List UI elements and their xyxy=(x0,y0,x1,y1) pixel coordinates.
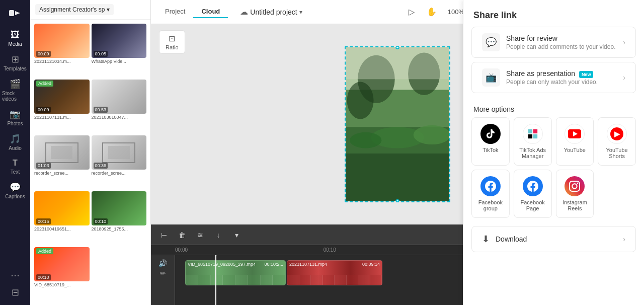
sidebar-item-stock-videos[interactable]: 🎬 Stock videos xyxy=(0,75,30,106)
media-thumbnail[interactable]: 00:09 xyxy=(34,24,90,58)
download-label: Download xyxy=(496,235,617,243)
tiktok-icon xyxy=(480,124,501,144)
facebook-page-icon xyxy=(523,176,543,196)
download-button[interactable]: ⬇ Download › xyxy=(471,226,636,252)
download-chevron-button[interactable]: ▾ xyxy=(229,228,244,242)
facebook-group-button[interactable]: Facebook group xyxy=(471,170,510,218)
svg-rect-13 xyxy=(528,129,532,133)
svg-rect-16 xyxy=(533,134,537,138)
clip-frames xyxy=(186,275,285,285)
media-duration: 00:09 xyxy=(36,51,51,57)
share-review-icon: 💬 xyxy=(482,33,500,51)
media-thumbnail[interactable]: Added 00:09 xyxy=(34,80,90,114)
media-panel-header: Assignment Creator's sp ▾ xyxy=(30,0,150,20)
svg-point-11 xyxy=(350,132,381,148)
youtube-icon xyxy=(565,124,585,144)
svg-rect-5 xyxy=(346,154,449,201)
video-clip-1[interactable]: VID_68510719_092805_297.mp4 00:10:2... xyxy=(185,260,286,285)
sidebar: 🖼 Media ⊞ Templates 🎬 Stock videos 📷 Pho… xyxy=(0,0,30,305)
svg-point-8 xyxy=(347,82,374,119)
facebook-group-label: Facebook group xyxy=(476,199,505,211)
share-presentation-title: Share as presentation New xyxy=(506,69,617,78)
media-duration: 00:15 xyxy=(36,218,51,224)
edit-clip-button[interactable]: ✏ xyxy=(160,269,166,277)
youtube-label: YouTube xyxy=(564,147,586,153)
video-canvas[interactable]: ↻ xyxy=(345,46,450,202)
more-icon: ⋯ xyxy=(11,271,20,280)
media-thumbnail[interactable]: 00:36 xyxy=(92,135,147,170)
added-badge: Added xyxy=(36,81,53,87)
media-thumbnail[interactable]: 01:03 xyxy=(34,135,90,170)
chevron-right-icon: › xyxy=(623,235,625,243)
list-item: 00:15 2023100419651... xyxy=(34,191,90,245)
share-as-presentation-option[interactable]: 📺 Share as presentation New People can o… xyxy=(471,62,636,93)
media-duration: 00:10 xyxy=(36,274,51,280)
canvas-handle-bottom[interactable] xyxy=(395,199,399,202)
playhead[interactable] xyxy=(215,255,216,305)
sidebar-item-label: Audio xyxy=(9,145,22,151)
media-thumbnail[interactable]: 00:05 xyxy=(92,24,147,58)
delete-clip-button[interactable]: 🗑 xyxy=(175,228,189,242)
svg-rect-14 xyxy=(533,129,537,133)
media-filename: recorder_scree... xyxy=(34,170,90,177)
media-thumbnail[interactable]: 00:15 xyxy=(34,191,90,225)
sidebar-item-captions[interactable]: 💬 Captions xyxy=(0,179,30,203)
clip-options-button[interactable]: ≋ xyxy=(193,228,207,242)
tiktok-ads-label: TikTok Ads Manager xyxy=(518,147,547,159)
media-thumbnail[interactable]: Added 00:10 xyxy=(34,247,90,281)
sidebar-item-more[interactable]: ⋯ xyxy=(0,267,30,284)
tiktok-label: TikTok xyxy=(482,147,498,153)
media-duration: 00:36 xyxy=(94,163,108,169)
sidebar-item-templates[interactable]: ⊞ Templates xyxy=(0,51,30,75)
svg-rect-15 xyxy=(528,134,532,138)
audio-icon: 🎵 xyxy=(10,134,21,143)
ratio-label: Ratio xyxy=(166,44,179,50)
chevron-down-icon[interactable]: ▾ xyxy=(299,9,302,16)
video-clip-2[interactable]: 20231107131.mp4 00:09:14 xyxy=(287,260,382,285)
media-filename: 20231107131.m... xyxy=(34,114,90,121)
clip-duration: 00:10:2... xyxy=(264,262,283,267)
list-item: 00:10 20180925_1755... xyxy=(92,191,147,245)
canvas-content xyxy=(346,47,449,201)
sidebar-item-extra[interactable]: ⊟ xyxy=(0,284,30,301)
sidebar-item-text[interactable]: T Text xyxy=(0,155,30,179)
volume-button[interactable]: 🔊 xyxy=(158,259,167,267)
workspace-selector[interactable]: Assignment Creator's sp ▾ xyxy=(35,4,114,15)
sidebar-item-label: Text xyxy=(11,169,20,175)
download-clip-button[interactable]: ↓ xyxy=(211,228,225,242)
share-presentation-icon: 📺 xyxy=(482,68,500,87)
tiktok-button[interactable]: TikTok xyxy=(471,117,510,166)
media-icon: 🖼 xyxy=(11,30,20,39)
youtube-shorts-button[interactable]: ▶ YouTube Shorts xyxy=(598,117,636,166)
share-for-review-option[interactable]: 💬 Share for review People can add commen… xyxy=(471,27,636,58)
sidebar-item-media[interactable]: 🖼 Media xyxy=(0,26,30,51)
app-logo xyxy=(6,4,24,22)
nav-cloud[interactable]: Cloud xyxy=(193,6,228,18)
tiktok-ads-icon xyxy=(523,124,543,144)
svg-point-12 xyxy=(414,125,449,144)
sidebar-item-photos[interactable]: 📷 Photos xyxy=(0,106,30,130)
sidebar-item-audio[interactable]: 🎵 Audio xyxy=(0,130,30,155)
media-thumbnail[interactable]: 00:10 xyxy=(92,191,147,225)
share-review-text: Share for review People can add comments… xyxy=(506,34,617,50)
split-tool-button[interactable]: ⊢ xyxy=(157,228,171,242)
tiktok-ads-button[interactable]: TikTok Ads Manager xyxy=(514,117,552,166)
clip-label: VID_68510719_092805_297.mp4 xyxy=(188,262,256,267)
list-item: 01:03 recorder_scree... xyxy=(34,135,90,189)
captions-icon: 💬 xyxy=(10,183,21,192)
hand-tool-button[interactable]: ✋ xyxy=(424,4,440,20)
select-tool-button[interactable]: ▷ xyxy=(404,4,420,20)
youtube-button[interactable]: YouTube xyxy=(556,117,594,166)
list-item: Added 00:09 20231107131.m... xyxy=(34,80,90,133)
share-review-title: Share for review xyxy=(506,34,617,42)
svg-rect-9 xyxy=(346,47,449,79)
new-badge: New xyxy=(579,71,594,78)
nav-project[interactable]: Project xyxy=(157,6,193,18)
media-thumbnail[interactable]: 00:53 xyxy=(92,80,147,114)
ratio-button[interactable]: ⊡ Ratio xyxy=(159,30,185,54)
facebook-page-button[interactable]: Facebook Page xyxy=(514,170,552,218)
sidebar-item-label: Captions xyxy=(5,194,25,199)
templates-icon: ⊞ xyxy=(12,55,19,64)
instagram-reels-icon xyxy=(565,176,585,196)
instagram-reels-button[interactable]: Instagram Reels xyxy=(556,170,594,218)
